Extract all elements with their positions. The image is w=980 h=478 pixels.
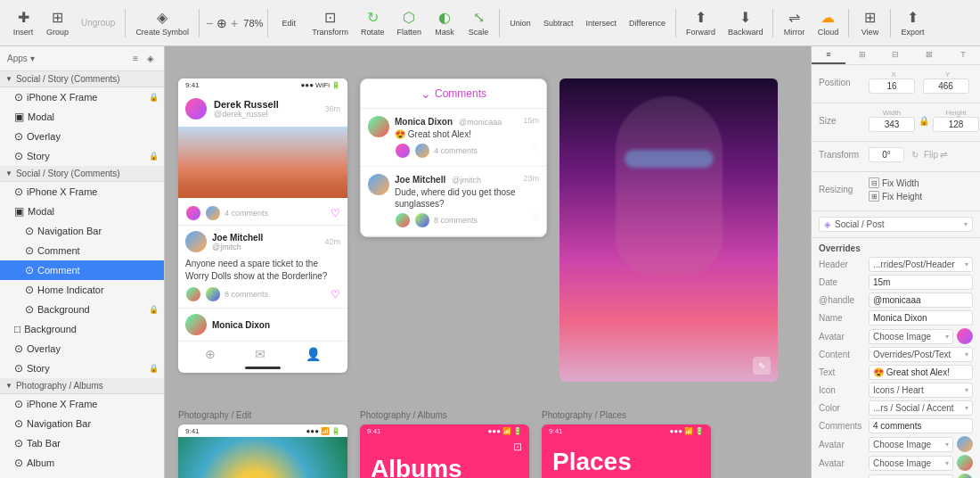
group-header-3[interactable]: ▼ Photography / Albums	[0, 378, 164, 394]
group-header-1[interactable]: ▼ Social / Story (Comments)	[0, 71, 164, 87]
zoom-out-button[interactable]: −	[204, 16, 215, 30]
camera-icon-albums[interactable]: ⊡	[513, 441, 522, 453]
layer-item[interactable]: ⊙ Navigation Bar	[0, 221, 164, 241]
override-icon-value[interactable]: Icons / Heart ▾	[869, 383, 973, 398]
artboard-places[interactable]: Photography / Places 9:41 ●●● 📶 🔋 Places	[542, 424, 711, 478]
layer-item[interactable]: ⊙ Overlay	[0, 127, 164, 146]
override-color-value[interactable]: ...rs / Social / Accent ▾	[869, 400, 973, 416]
zoom-in-button[interactable]: +	[229, 16, 240, 30]
rp-tab-spacing[interactable]: ⊠	[912, 46, 946, 64]
override-avatar3-value[interactable]: Choose Image ▾	[869, 456, 953, 471]
layer-icon: ⊙	[25, 284, 34, 296]
layer-item[interactable]: ▣ Modal	[0, 107, 164, 127]
ungroup-button[interactable]: Ungroup	[76, 15, 120, 30]
layers-tab[interactable]: ≡	[130, 53, 141, 64]
layer-item[interactable]: ⊙ iPhone X Frame	[0, 182, 164, 202]
layer-item[interactable]: ⊙ Album	[0, 453, 164, 473]
mirror-button[interactable]: ⇌ Mirror	[778, 6, 810, 39]
nav-profile-icon[interactable]: 👤	[306, 347, 321, 361]
difference-button[interactable]: Difference	[624, 16, 671, 30]
artboard-photo-edit[interactable]: Photography / Edit 9:41 ●●● 📶 🔋	[178, 424, 347, 478]
nav-mail-icon[interactable]: ✉	[255, 347, 265, 361]
layer-item[interactable]: ⊙ Story 🔒	[0, 358, 164, 378]
position-y-input[interactable]: 466	[923, 78, 969, 94]
post-text-joe: Anyone need a spare ticket to the Worry …	[185, 258, 340, 283]
create-symbol-button[interactable]: ◈ Create Symbol	[130, 6, 194, 39]
rotate-button[interactable]: ↻ Rotate	[355, 6, 390, 39]
override-content-value[interactable]: Overrides/Post/Text ▾	[869, 347, 973, 362]
rotate-input[interactable]: 0°	[869, 147, 904, 162]
override-comments-input[interactable]: 4 comments	[869, 418, 973, 433]
backward-button[interactable]: ⬇ Backward	[723, 6, 769, 39]
size-lock-icon[interactable]: 🔒	[919, 116, 929, 126]
rp-tab-type[interactable]: T	[946, 46, 980, 64]
edit-button[interactable]: Edit	[273, 16, 305, 30]
lock-icon: 🔒	[149, 305, 159, 314]
right-panel: ≡ ⊞ ⊟ ⊠ T Position X 16 Y 466	[811, 46, 980, 478]
flatten-button[interactable]: ⬡ Flatten	[392, 6, 428, 39]
layer-item-selected[interactable]: ⊙ Comment	[0, 260, 164, 280]
override-avatar4-value[interactable]: Choose Image ▾	[869, 474, 953, 479]
position-x-input[interactable]: 16	[869, 78, 915, 94]
insert-button[interactable]: ✚ Insert	[7, 6, 39, 39]
comment-text-2: Dude, where did you get those sunglasses…	[395, 186, 539, 210]
union-button[interactable]: Union	[504, 16, 536, 30]
size-height-input[interactable]: 128	[933, 117, 979, 132]
artboard-albums[interactable]: Photography / Albums 9:41 ●●● 📶 🔋 ⊡	[360, 424, 529, 478]
comment-like-1[interactable]: ♡	[531, 143, 539, 159]
canvas-area[interactable]: 9:41 ●●● WiFi 🔋 Derek Russell	[165, 46, 811, 478]
override-handle-input[interactable]: @monicaaa	[869, 293, 973, 308]
comment-like-2[interactable]: ♡	[531, 212, 539, 228]
avatar-xs-c3	[395, 212, 411, 228]
mask-button[interactable]: ◐ Mask	[429, 6, 461, 39]
layer-item[interactable]: ⊙ Background 🔒	[0, 300, 164, 319]
group-header-2[interactable]: ▼ Social / Story (Comments)	[0, 166, 164, 182]
artboard-social-feed[interactable]: 9:41 ●●● WiFi 🔋 Derek Russell	[178, 78, 347, 373]
group-button[interactable]: ⊞ Group	[41, 6, 74, 39]
artboard-comments[interactable]: ⌄ Comments Monica Dixon @monicaaa	[360, 78, 547, 237]
flip-h-icon[interactable]: ⇌	[940, 150, 947, 160]
cloud-button[interactable]: ☁ Cloud	[812, 6, 844, 39]
override-avatar-value[interactable]: Choose Image ▾	[869, 329, 953, 344]
intersect-button[interactable]: Intersect	[581, 16, 623, 30]
width-label: Width	[869, 109, 915, 117]
fix-height-button[interactable]: ⊞ Fix Height	[869, 191, 922, 202]
heart-icon-1[interactable]: ♡	[331, 207, 340, 219]
layer-item[interactable]: ⊙ Navigation Bar	[0, 414, 164, 433]
scale-button[interactable]: ⤡ Scale	[462, 6, 494, 39]
rp-tab-inspector[interactable]: ⊞	[845, 46, 879, 64]
view-button[interactable]: ⊞ View	[853, 6, 886, 39]
override-date-input[interactable]: 15m	[869, 275, 973, 290]
heart-icon-2[interactable]: ♡	[331, 288, 340, 301]
override-avatar2-value[interactable]: Choose Image ▾	[869, 437, 953, 452]
layer-item[interactable]: □ Background	[0, 319, 164, 339]
forward-button[interactable]: ⬆ Forward	[681, 6, 721, 39]
nav-home-icon[interactable]: ⊕	[205, 347, 216, 361]
fix-width-button[interactable]: ⊟ Fix Width	[869, 177, 922, 188]
override-header-value[interactable]: ...rrides/Post/Header ▾	[869, 257, 973, 272]
artboard-big-photo[interactable]: ✎	[559, 78, 778, 382]
layer-item[interactable]: ⊙ Home Indicator	[0, 280, 164, 300]
export-button[interactable]: ⬆ Export	[895, 6, 929, 39]
symbols-tab[interactable]: ◈	[144, 53, 157, 64]
layer-item[interactable]: ⊙ Comment	[0, 241, 164, 260]
edit-overlay-icon[interactable]: ✎	[753, 357, 771, 375]
layer-item[interactable]: ⊙ Story 🔒	[0, 146, 164, 166]
rp-tab-align[interactable]: ⊟	[879, 46, 913, 64]
layer-item[interactable]: ⊙ Overlay	[0, 339, 164, 358]
rotate-icon-right[interactable]: ↻	[911, 150, 919, 160]
override-name-input[interactable]: Monica Dixon	[869, 310, 973, 326]
layer-item[interactable]: ⊙ Album	[0, 473, 164, 478]
symbol-dropdown[interactable]: ◈ Social / Post ▾	[819, 217, 973, 232]
subtract-button[interactable]: Subtract	[538, 16, 579, 30]
layer-item[interactable]: ⊙ iPhone X Frame	[0, 394, 164, 414]
rp-tab-layers[interactable]: ≡	[812, 46, 845, 64]
override-text-input[interactable]: 😍 Great shot Alex!	[869, 365, 973, 380]
size-width-input[interactable]: 343	[869, 117, 915, 132]
layer-item[interactable]: ▣ Modal	[0, 202, 164, 221]
layer-item[interactable]: ⊙ iPhone X Frame 🔒	[0, 87, 164, 107]
avatar-xs-1	[185, 205, 201, 221]
transform-button[interactable]: ⊡ Transform	[306, 6, 354, 39]
layer-item[interactable]: ⊙ Tab Bar	[0, 433, 164, 453]
apps-dropdown[interactable]: Apps ▾	[7, 54, 35, 63]
